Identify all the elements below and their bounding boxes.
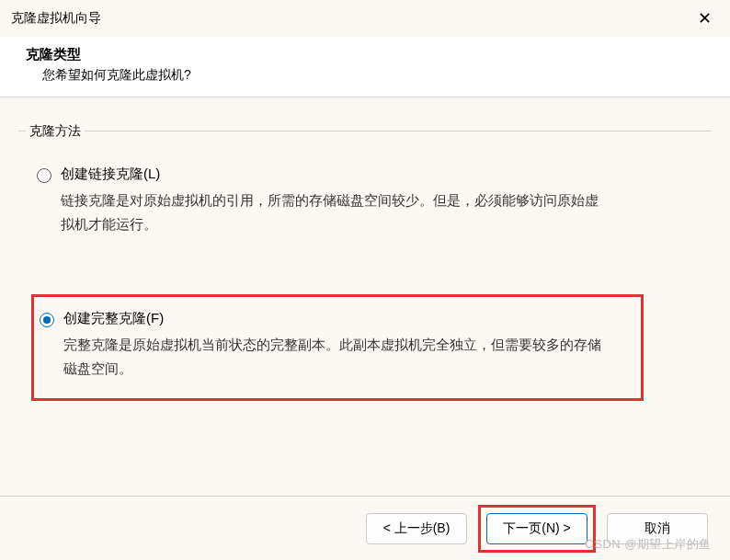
radio-option-full-clone[interactable]: 创建完整克隆(F) 完整克隆是原始虚拟机当前状态的完整副本。此副本虚拟机完全独立… xyxy=(31,294,644,401)
radio-content: 创建完整克隆(F) 完整克隆是原始虚拟机当前状态的完整副本。此副本虚拟机完全独立… xyxy=(63,310,635,380)
back-button[interactable]: < 上一步(B) xyxy=(366,513,467,544)
content-area: 克隆方法 创建链接克隆(L) 链接克隆是对原始虚拟机的引用，所需的存储磁盘空间较… xyxy=(0,97,730,493)
wizard-header: 克隆类型 您希望如何克隆此虚拟机? xyxy=(0,37,730,97)
page-subtitle: 您希望如何克隆此虚拟机? xyxy=(42,67,704,84)
radio-content: 创建链接克隆(L) 链接克隆是对原始虚拟机的引用，所需的存储磁盘空间较少。但是，… xyxy=(61,166,693,235)
radio-icon[interactable] xyxy=(40,313,54,327)
window-title: 克隆虚拟机向导 xyxy=(11,10,101,27)
radio-group: 创建链接克隆(L) 链接克隆是对原始虚拟机的引用，所需的存储磁盘空间较少。但是，… xyxy=(31,160,699,401)
radio-label-linked[interactable]: 创建链接克隆(L) xyxy=(61,166,693,183)
radio-description-full: 完整克隆是原始虚拟机当前状态的完整副本。此副本虚拟机完全独立，但需要较多的存储磁… xyxy=(63,333,606,380)
clone-method-fieldset: 克隆方法 创建链接克隆(L) 链接克隆是对原始虚拟机的引用，所需的存储磁盘空间较… xyxy=(18,123,712,421)
radio-label-full[interactable]: 创建完整克隆(F) xyxy=(63,310,635,327)
watermark: CSDN @期望上岸的鱼 xyxy=(585,536,712,553)
next-button-highlight: 下一页(N) > xyxy=(478,505,596,553)
radio-description-linked: 链接克隆是对原始虚拟机的引用，所需的存储磁盘空间较少。但是，必须能够访问原始虚拟… xyxy=(61,189,603,235)
titlebar: 克隆虚拟机向导 ✕ xyxy=(0,0,730,37)
close-icon[interactable]: ✕ xyxy=(690,5,719,32)
radio-icon[interactable] xyxy=(37,168,51,183)
fieldset-legend: 克隆方法 xyxy=(26,123,85,140)
divider xyxy=(18,131,712,131)
page-title: 克隆类型 xyxy=(26,46,704,63)
next-button[interactable]: 下一页(N) > xyxy=(486,513,587,544)
radio-option-linked-clone[interactable]: 创建链接克隆(L) 链接克隆是对原始虚拟机的引用，所需的存储磁盘空间较少。但是，… xyxy=(31,160,699,241)
